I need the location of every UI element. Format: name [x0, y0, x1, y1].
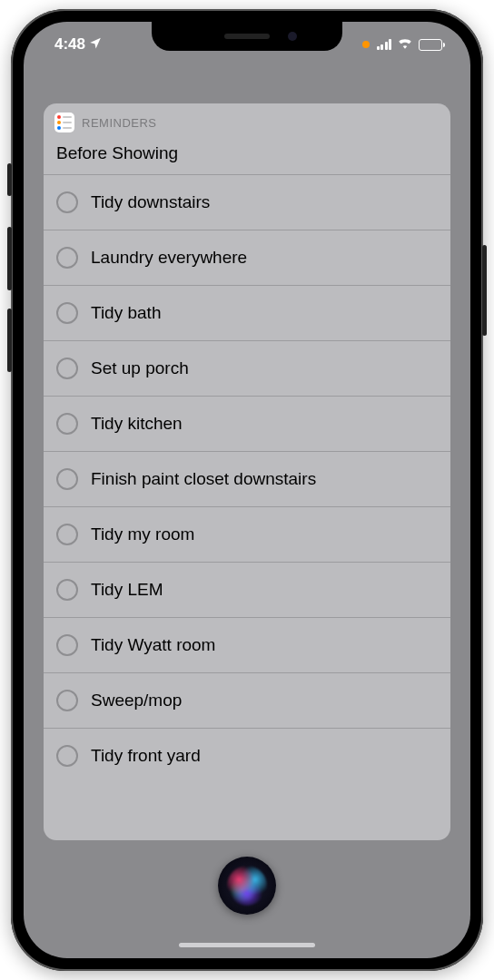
reminder-radio[interactable] [56, 634, 78, 656]
location-icon [89, 35, 102, 54]
reminders-app-icon [54, 113, 74, 132]
reminder-item[interactable]: Set up porch [44, 340, 450, 396]
battery-icon [419, 39, 445, 51]
phone-frame: 4:48 [11, 9, 483, 971]
volume-up-button [7, 227, 12, 290]
status-time: 4:48 [54, 35, 85, 54]
notch [152, 22, 342, 51]
reminder-label: Laundry everywhere [91, 248, 247, 268]
siri-orb-icon [227, 866, 267, 906]
reminder-item[interactable]: Tidy bath [44, 285, 450, 340]
volume-down-button [7, 309, 12, 372]
reminder-item[interactable]: Finish paint closet downstairs [44, 451, 450, 506]
reminder-radio[interactable] [56, 745, 78, 767]
reminder-radio[interactable] [56, 191, 78, 213]
front-camera [288, 32, 297, 41]
cellular-signal-icon [377, 39, 392, 50]
reminder-label: Set up porch [91, 358, 189, 378]
status-left: 4:48 [54, 35, 102, 54]
reminder-item[interactable]: Tidy downstairs [44, 174, 450, 230]
siri-button[interactable] [218, 857, 276, 915]
reminder-label: Tidy my room [91, 524, 194, 544]
card-header: REMINDERS [44, 103, 450, 138]
reminder-label: Tidy downstairs [91, 192, 210, 212]
power-button [482, 245, 487, 336]
reminders-card[interactable]: REMINDERS Before Showing Tidy downstairs… [44, 103, 450, 840]
home-indicator[interactable] [179, 943, 315, 947]
reminder-radio[interactable] [56, 690, 78, 711]
reminder-label: Tidy Wyatt room [91, 635, 215, 655]
app-name-label: REMINDERS [82, 116, 157, 130]
reminder-item[interactable]: Tidy Wyatt room [44, 617, 450, 672]
reminder-label: Tidy front yard [91, 746, 201, 766]
reminder-radio[interactable] [56, 358, 78, 379]
status-right [362, 35, 446, 54]
reminder-radio[interactable] [56, 247, 78, 269]
mute-switch [7, 163, 12, 196]
reminder-radio[interactable] [56, 579, 78, 601]
screen: 4:48 [24, 22, 470, 958]
reminder-item[interactable]: Tidy kitchen [44, 396, 450, 451]
reminder-item[interactable]: Tidy front yard [44, 728, 450, 783]
reminder-label: Sweep/mop [91, 691, 182, 710]
reminder-label: Finish paint closet downstairs [91, 469, 316, 489]
reminder-label: Tidy bath [91, 303, 161, 323]
wifi-icon [397, 35, 413, 54]
reminder-radio[interactable] [56, 413, 78, 435]
reminder-item[interactable]: Sweep/mop [44, 672, 450, 728]
reminder-radio[interactable] [56, 468, 78, 490]
reminder-item[interactable]: Laundry everywhere [44, 230, 450, 285]
reminder-radio[interactable] [56, 524, 78, 545]
speaker-grille [224, 34, 270, 39]
reminder-item[interactable]: Tidy LEM [44, 562, 450, 617]
reminder-label: Tidy LEM [91, 580, 163, 600]
reminder-items: Tidy downstairsLaundry everywhereTidy ba… [44, 174, 450, 840]
reminder-label: Tidy kitchen [91, 414, 183, 434]
reminder-item[interactable]: Tidy my room [44, 506, 450, 562]
mic-indicator-icon [362, 41, 370, 48]
reminder-radio[interactable] [56, 302, 78, 324]
list-title: Before Showing [44, 138, 450, 174]
